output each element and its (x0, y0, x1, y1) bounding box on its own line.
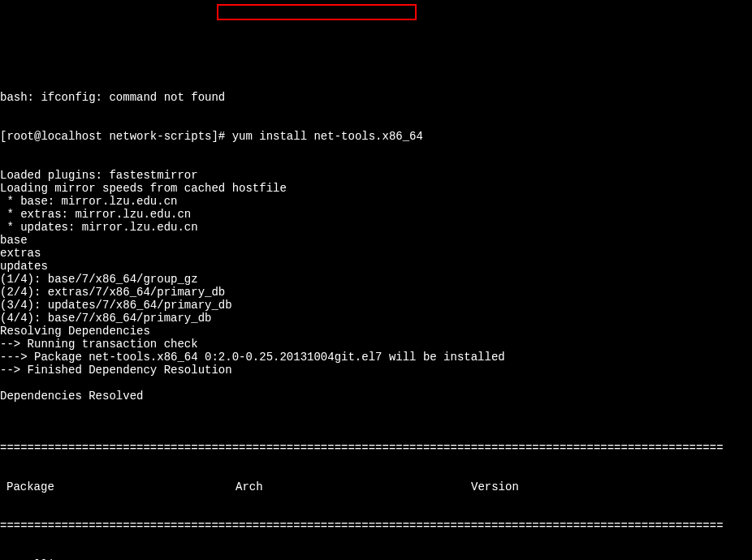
output-line: * updates: mirror.lzu.edu.cn (0, 221, 752, 234)
prompt: [root@localhost network-scripts]# (0, 130, 225, 143)
output-line: updates (0, 260, 752, 273)
output-line (0, 403, 752, 416)
divider: ========================================… (0, 519, 752, 532)
output-line: Loaded plugins: fastestmirror (0, 169, 752, 182)
output-line: * extras: mirror.lzu.edu.cn (0, 208, 752, 221)
output-line: * base: mirror.lzu.edu.cn (0, 195, 752, 208)
output-line: base (0, 234, 752, 247)
output-line: ---> Package net-tools.x86_64 0:2.0-0.25… (0, 351, 752, 364)
output-line: --> Finished Dependency Resolution (0, 364, 752, 377)
command-prompt-line: [root@localhost network-scripts]# yum in… (0, 130, 752, 143)
entered-command: yum install net-tools.x86_64 (232, 130, 423, 143)
output-line: (3/4): updates/7/x86_64/primary_db (0, 299, 752, 312)
output-line: (4/4): base/7/x86_64/primary_db (0, 312, 752, 325)
output-line (0, 377, 752, 390)
output-line: Loading mirror speeds from cached hostfi… (0, 182, 752, 195)
col-package: Package (0, 480, 236, 493)
col-arch: Arch (236, 480, 471, 493)
col-version: Version (471, 480, 752, 493)
divider: ========================================… (0, 442, 752, 454)
output-line: extras (0, 247, 752, 260)
output-line: (2/4): extras/7/x86_64/primary_db (0, 286, 752, 299)
output-line: Dependencies Resolved (0, 390, 752, 403)
output-line: (1/4): base/7/x86_64/group_gz (0, 273, 752, 286)
table-header-row: Package Arch Version (0, 480, 752, 493)
previous-output: bash: ifconfig: command not found (0, 91, 752, 104)
terminal[interactable]: bash: ifconfig: command not found [root@… (0, 65, 752, 560)
output-line: Resolving Dependencies (0, 325, 752, 338)
highlight-rectangle (217, 13, 417, 20)
output-line: --> Running transaction check (0, 338, 752, 351)
